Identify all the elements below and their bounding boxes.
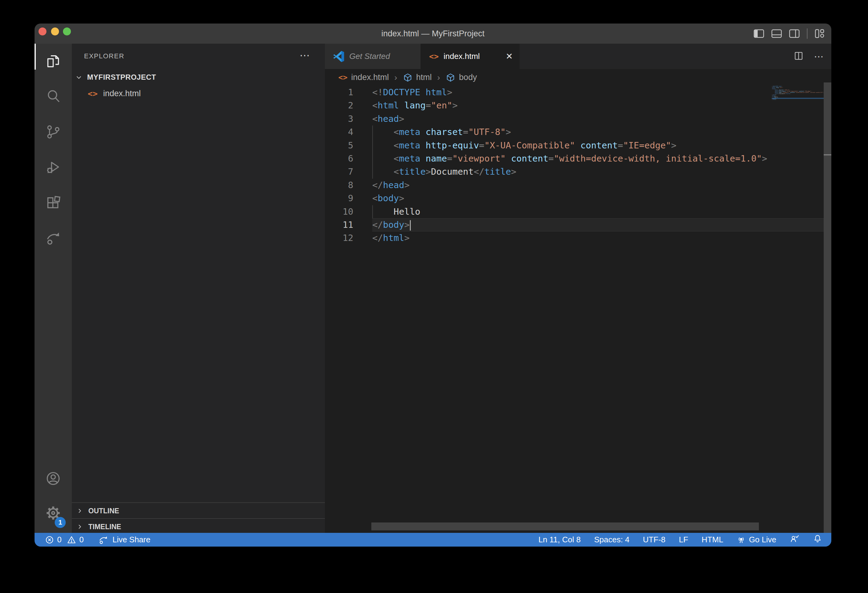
html-file-icon: <> <box>88 89 98 98</box>
settings-badge: 1 <box>55 517 66 528</box>
cursor-position[interactable]: Ln 11, Col 8 <box>539 535 581 544</box>
line-content: <meta charset="UTF-8"> <box>372 125 831 138</box>
code-line-12[interactable]: 12</html> <box>325 231 831 244</box>
line-number: 7 <box>325 165 372 178</box>
account-icon[interactable] <box>34 463 72 494</box>
editor-pane: Get Started <> index.html ✕ ⋯ <> index.h… <box>325 44 831 533</box>
eol-sequence[interactable]: LF <box>679 535 688 544</box>
line-content: <body> <box>372 192 831 205</box>
file-row-index-html[interactable]: <> index.html <box>72 87 325 100</box>
vscode-logo-icon <box>333 51 344 62</box>
feedback-person-icon[interactable] <box>790 534 800 546</box>
symbol-cube-icon <box>403 73 413 82</box>
split-editor-icon[interactable] <box>794 51 803 62</box>
live-share-status[interactable]: Live Share <box>98 535 151 545</box>
go-live-label: Go Live <box>749 535 776 544</box>
html-file-icon: <> <box>338 73 347 82</box>
outline-section-header[interactable]: OUTLINE <box>72 502 325 519</box>
code-line-2[interactable]: 2<html lang="en"> <box>325 99 831 112</box>
toggle-panel-icon[interactable] <box>771 29 782 38</box>
line-number: 11 <box>325 218 372 231</box>
code-line-11[interactable]: 11</body> <box>325 218 831 231</box>
customize-layout-icon[interactable] <box>815 29 825 38</box>
line-content: </head> <box>372 179 831 192</box>
chevron-right-icon <box>76 523 83 530</box>
tab-index-html[interactable]: <> index.html ✕ <box>421 44 520 69</box>
breadcrumb-item-body[interactable]: body <box>459 73 477 82</box>
line-content: <meta http-equiv="X-UA-Compatible" conte… <box>372 139 831 152</box>
minimap[interactable]: <!DOCTYPE html><html lang="en"><head> <m… <box>772 86 824 100</box>
indent-guide <box>372 125 373 179</box>
sidebar-title: EXPLORER <box>84 52 124 60</box>
line-number: 6 <box>325 152 372 165</box>
warning-icon <box>67 535 76 544</box>
code-line-3[interactable]: 3<head> <box>325 112 831 125</box>
notifications-bell-icon[interactable] <box>813 534 822 545</box>
breadcrumb-item-html[interactable]: html <box>416 73 432 82</box>
chevron-down-icon <box>75 73 83 81</box>
line-content: <!DOCTYPE html> <box>372 86 831 99</box>
error-count: 0 <box>57 535 61 544</box>
line-number: 2 <box>325 99 372 112</box>
code-line-4[interactable]: 4 <meta charset="UTF-8"> <box>325 125 831 138</box>
code-line-5[interactable]: 5 <meta http-equiv="X-UA-Compatible" con… <box>325 139 831 152</box>
warning-count: 0 <box>79 535 83 544</box>
indent-guide <box>372 205 373 218</box>
title-bar: index.html — MyFirstProject <box>34 24 831 44</box>
breadcrumb-item-file[interactable]: index.html <box>351 73 389 82</box>
minimap-content: <!DOCTYPE html><html lang="en"><head> <m… <box>772 86 824 100</box>
code-line-1[interactable]: 1<!DOCTYPE html> <box>325 86 831 99</box>
encoding[interactable]: UTF-8 <box>643 535 666 544</box>
editor-more-actions-icon[interactable]: ⋯ <box>814 51 825 62</box>
screen: { "title_bar": { "title": "index.html — … <box>0 0 868 593</box>
settings-gear-icon[interactable] <box>34 498 72 528</box>
code-editor[interactable]: 1<!DOCTYPE html>2<html lang="en">3<head>… <box>325 86 831 533</box>
tab-label: index.html <box>443 52 480 61</box>
language-mode[interactable]: HTML <box>702 535 723 544</box>
minimap-line: </html> <box>772 99 824 100</box>
code-line-7[interactable]: 7 <title>Document</title> <box>325 165 831 178</box>
tab-bar: Get Started <> index.html ✕ ⋯ <box>325 44 831 69</box>
code-line-6[interactable]: 6 <meta name="viewport" content="width=d… <box>325 152 831 165</box>
toggle-sidebar-icon[interactable] <box>754 29 764 38</box>
line-content: </html> <box>372 231 831 244</box>
activity-bar: 1 <box>34 44 72 533</box>
project-folder-row[interactable]: MYFIRSTPROJECT <box>72 71 325 84</box>
titlebar-divider <box>807 28 807 39</box>
source-control-icon[interactable] <box>34 117 72 147</box>
breadcrumb: <> index.html › html › body <box>325 69 831 86</box>
problems-indicator[interactable]: 0 0 <box>45 535 84 544</box>
explorer-sidebar: EXPLORER ⋯ MYFIRSTPROJECT <> index.html … <box>72 44 325 533</box>
live-share-icon[interactable] <box>34 223 72 253</box>
window-title: index.html — MyFirstProject <box>34 24 831 44</box>
code-line-8[interactable]: 8</head> <box>325 179 831 192</box>
scrollbar-marker <box>824 154 831 155</box>
close-tab-icon[interactable]: ✕ <box>506 51 513 61</box>
timeline-section-header[interactable]: TIMELINE <box>72 518 325 535</box>
explorer-icon[interactable] <box>34 46 72 77</box>
tab-label: Get Started <box>349 52 390 61</box>
code-line-9[interactable]: 9<body> <box>325 192 831 205</box>
line-number: 5 <box>325 139 372 152</box>
explorer-more-actions-icon[interactable]: ⋯ <box>300 49 311 61</box>
horizontal-scrollbar[interactable] <box>371 522 759 530</box>
run-debug-icon[interactable] <box>34 152 72 182</box>
error-icon <box>45 535 54 544</box>
code-line-10[interactable]: 10 Hello <box>325 205 831 218</box>
broadcast-icon <box>737 535 746 544</box>
outline-label: OUTLINE <box>88 507 119 515</box>
extensions-icon[interactable] <box>34 188 72 218</box>
line-content: <head> <box>372 112 831 125</box>
toggle-secondary-sidebar-icon[interactable] <box>789 29 800 38</box>
html-file-icon: <> <box>429 52 438 61</box>
line-number: 1 <box>325 86 372 99</box>
breadcrumb-separator: › <box>394 73 397 82</box>
tab-get-started[interactable]: Get Started <box>325 44 421 69</box>
vscode-window: index.html — MyFirstProject <box>34 24 831 547</box>
timeline-label: TIMELINE <box>88 523 121 531</box>
search-icon[interactable] <box>34 81 72 112</box>
indentation[interactable]: Spaces: 4 <box>594 535 630 544</box>
vertical-scrollbar[interactable] <box>824 82 831 533</box>
go-live-button[interactable]: Go Live <box>737 535 776 544</box>
line-number: 10 <box>325 205 372 218</box>
